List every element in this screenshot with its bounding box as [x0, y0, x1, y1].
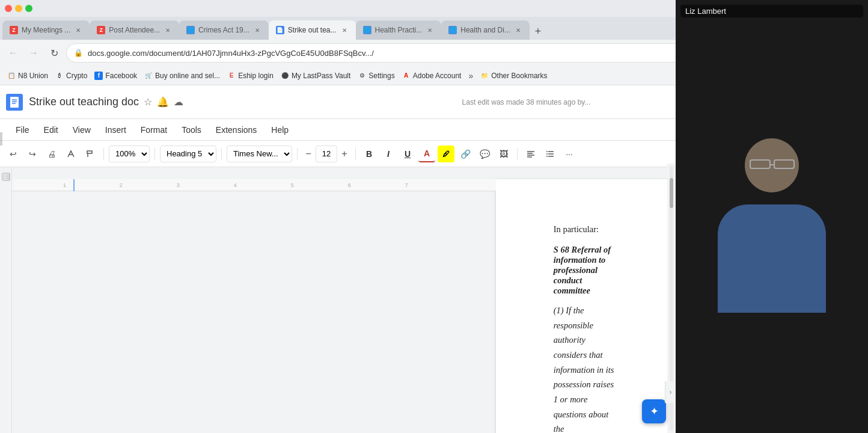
tab-crimes-act[interactable]: 🌐 Crimes Act 19... ✕	[179, 20, 269, 40]
bookmark-eship[interactable]: E Eship login	[227, 72, 274, 80]
close-light[interactable]	[5, 5, 12, 12]
gdocs-icon	[5, 93, 24, 112]
tab-favicon-5: 🌐	[363, 26, 371, 34]
menu-view[interactable]: View	[67, 123, 97, 137]
forward-button[interactable]: →	[25, 45, 42, 61]
tab-label-6: Health and Di...	[460, 26, 510, 34]
tab-close-3[interactable]: ✕	[253, 26, 261, 34]
menu-insert[interactable]: Insert	[99, 123, 132, 137]
font-size-increase[interactable]: +	[338, 146, 350, 162]
ruler: 1 2 3 4 5 6 7	[12, 179, 496, 191]
tab-strike-out[interactable]: 📄 Strike out tea... ✕	[269, 20, 356, 40]
tab-health-practi[interactable]: 🌐 Health Practi... ✕	[356, 20, 442, 40]
bookmark-crypto[interactable]: ₿ Crypto	[55, 72, 87, 80]
right-glass	[774, 159, 795, 169]
text-color-button[interactable]: A	[418, 146, 435, 162]
tab-close-6[interactable]: ✕	[514, 26, 522, 34]
print-button[interactable]: 🖨	[43, 146, 60, 162]
bookmarks-more-icon[interactable]: »	[468, 71, 473, 81]
head-silhouette	[745, 138, 799, 192]
tab-favicon-1: Z	[10, 26, 18, 34]
last-edit-text: Last edit was made 38 minutes ago by...	[362, 98, 690, 106]
highlight-button[interactable]: 🖊	[438, 146, 454, 162]
ruler-indent-marker	[73, 179, 75, 191]
italic-button[interactable]: I	[380, 146, 397, 162]
smart-compose-button[interactable]: ✦	[642, 399, 666, 423]
link-button[interactable]: 🔗	[457, 146, 474, 162]
tab-label-2: Post Attendee...	[109, 26, 160, 34]
tab-health-di[interactable]: 🌐 Health and Di... ✕	[441, 20, 530, 40]
underline-button[interactable]: U	[399, 146, 416, 162]
star-icon[interactable]: ☆	[144, 96, 152, 108]
bookmark-facebook[interactable]: f Facebook	[94, 72, 137, 80]
facebook-icon: f	[94, 72, 103, 80]
doc-page[interactable]: In particular: S 68 Referral of informat…	[496, 179, 677, 433]
back-button[interactable]: ←	[5, 45, 22, 61]
bookmark-crypto-label: Crypto	[66, 72, 87, 80]
bookmark-lastpass[interactable]: ⚫ My LastPass Vault	[281, 72, 350, 80]
menu-tools[interactable]: Tools	[176, 123, 207, 137]
svg-point-15	[546, 153, 548, 155]
zoom-select[interactable]: 100%	[109, 146, 150, 162]
spell-check-button[interactable]	[63, 146, 79, 162]
adobe-icon: A	[402, 72, 411, 80]
tab-close-2[interactable]: ✕	[164, 26, 172, 34]
cloud-icon[interactable]: 🔔	[157, 96, 169, 108]
traffic-lights	[5, 5, 32, 12]
collapse-panel-button[interactable]: ›	[665, 381, 676, 403]
url-text: docs.google.com/document/d/1AH07Jjmn4uHx…	[88, 49, 694, 58]
left-glass	[750, 159, 771, 169]
comment-toolbar-button[interactable]: 💬	[476, 146, 493, 162]
bookmark-settings[interactable]: ⚙ Settings	[358, 72, 394, 80]
align-button[interactable]	[522, 146, 539, 162]
font-select[interactable]: Times New...	[227, 146, 292, 162]
font-size-input[interactable]	[316, 146, 337, 162]
tab-label-1: My Meetings ...	[22, 26, 70, 34]
svg-point-16	[546, 156, 548, 157]
tab-favicon-3: 🌐	[186, 26, 195, 34]
bookmark-n8-union[interactable]: 📋 N8 Union	[7, 72, 48, 80]
menu-format[interactable]: Format	[135, 123, 173, 137]
tab-label-4: Strike out tea...	[288, 26, 337, 34]
redo-button[interactable]: ↪	[24, 146, 41, 162]
menu-file[interactable]: File	[10, 123, 35, 137]
tab-favicon-6: 🌐	[448, 26, 457, 34]
menu-edit[interactable]: Edit	[38, 123, 64, 137]
bookmark-buy-label: Buy online and sel...	[155, 72, 220, 80]
glasses-bridge	[771, 164, 774, 165]
new-tab-button[interactable]: +	[530, 23, 546, 40]
bookmark-buy-online[interactable]: 🛒 Buy online and sel...	[144, 72, 220, 80]
tab-label-5: Health Practi...	[375, 26, 423, 34]
bookmark-adobe[interactable]: A Adobe Account	[402, 72, 462, 80]
minimize-light[interactable]	[15, 5, 22, 12]
tab-close-1[interactable]: ✕	[74, 26, 82, 34]
body-silhouette	[718, 204, 826, 313]
maximize-light[interactable]	[25, 5, 32, 12]
bold-button[interactable]: B	[361, 146, 377, 162]
undo-button[interactable]: ↩	[5, 146, 22, 162]
paint-format-button[interactable]	[82, 146, 99, 162]
image-button[interactable]: 🖼	[495, 146, 512, 162]
refresh-button[interactable]: ↻	[46, 45, 63, 61]
list-button[interactable]	[542, 146, 558, 162]
video-content: Liz Lambert	[676, 0, 868, 433]
bookmark-other[interactable]: 📁 Other Bookmarks	[480, 72, 547, 80]
doc-title[interactable]: Strike out teaching doc	[29, 96, 139, 108]
tab-my-meetings[interactable]: Z My Meetings ... ✕	[2, 20, 90, 40]
video-person-view: Liz Lambert	[676, 0, 868, 433]
drive-icon[interactable]: ☁	[174, 96, 183, 108]
heading-select[interactable]: Heading 5	[160, 146, 216, 162]
svg-rect-18	[2, 173, 5, 180]
tab-post-attendee[interactable]: Z Post Attendee... ✕	[90, 20, 179, 40]
sidebar-toggle[interactable]	[0, 167, 12, 433]
tab-close-5[interactable]: ✕	[426, 26, 434, 34]
url-bar[interactable]: 🔒 docs.google.com/document/d/1AH07Jjmn4u…	[66, 43, 724, 63]
menu-extensions[interactable]: Extensions	[210, 123, 263, 137]
svg-point-14	[546, 151, 548, 152]
more-toolbar-button[interactable]: ···	[561, 146, 578, 162]
tab-close-4[interactable]: ✕	[340, 26, 349, 34]
scroll-thumb[interactable]	[670, 178, 673, 208]
menu-help[interactable]: Help	[265, 123, 295, 137]
para-in-particular: In particular:	[554, 223, 619, 236]
font-size-decrease[interactable]: −	[302, 146, 314, 162]
